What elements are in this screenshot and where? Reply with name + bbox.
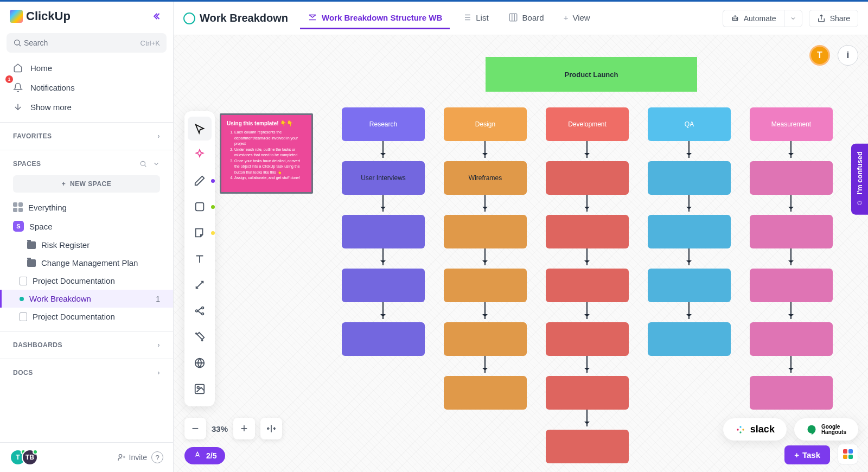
wb-box[interactable] xyxy=(750,215,833,248)
wb-box[interactable] xyxy=(750,161,833,195)
wb-box[interactable]: User Interviews xyxy=(342,161,425,195)
wb-box[interactable] xyxy=(648,269,731,302)
tab-list[interactable]: List xyxy=(454,7,496,29)
wb-box[interactable] xyxy=(342,215,425,248)
wb-box[interactable] xyxy=(546,269,629,302)
wb-box[interactable] xyxy=(546,215,629,248)
automate-button[interactable]: Automate xyxy=(723,10,784,27)
wb-box[interactable] xyxy=(444,376,527,410)
new-task-button[interactable]: + Task xyxy=(784,445,830,464)
chevron-down-icon[interactable] xyxy=(152,160,160,168)
tree-everything[interactable]: Everything xyxy=(0,198,173,216)
tree-space[interactable]: S Space xyxy=(0,216,173,236)
add-view-button[interactable]: + View xyxy=(556,8,598,29)
arrow-icon xyxy=(484,195,486,212)
tool-magic[interactable] xyxy=(188,325,212,349)
dashboards-header[interactable]: DASHBOARDS › xyxy=(0,337,173,353)
whiteboard-canvas[interactable]: T i ☺I'm confused xyxy=(174,35,868,472)
tool-connector[interactable] xyxy=(188,273,212,297)
svg-point-10 xyxy=(202,313,204,315)
instructions-note[interactable]: Using this template! 👇👇 Each column repr… xyxy=(220,113,313,194)
wb-box[interactable]: Measurement xyxy=(750,107,833,141)
sidebar-collapse-button[interactable] xyxy=(152,11,163,22)
app-logo[interactable]: ClickUp xyxy=(10,9,71,23)
svg-rect-17 xyxy=(739,431,741,433)
help-button[interactable]: ? xyxy=(151,451,163,463)
invite-button[interactable]: Invite xyxy=(117,453,147,462)
integration-slack[interactable]: slack xyxy=(723,418,787,441)
tool-text[interactable] xyxy=(188,247,212,271)
tool-image[interactable] xyxy=(188,377,212,401)
wb-box[interactable] xyxy=(342,322,425,356)
favorites-header[interactable]: FAVORITES › xyxy=(0,128,173,144)
zoom-in-button[interactable]: + xyxy=(233,418,255,439)
apps-button[interactable] xyxy=(838,444,858,464)
nav-notifications[interactable]: 1 Notifications xyxy=(0,78,173,97)
zoom-fit-button[interactable] xyxy=(260,418,282,439)
search-icon[interactable] xyxy=(139,160,147,168)
wb-box[interactable] xyxy=(750,269,833,302)
folder-icon xyxy=(27,259,36,267)
wb-box[interactable]: Research xyxy=(342,107,425,141)
arrow-icon xyxy=(586,302,588,319)
wb-box[interactable]: Design xyxy=(444,107,527,141)
search-shortcut: Ctrl+K xyxy=(141,39,160,47)
wb-box[interactable] xyxy=(444,215,527,248)
wb-box[interactable] xyxy=(546,376,629,410)
wb-box[interactable]: Development xyxy=(546,107,629,141)
wb-box[interactable] xyxy=(444,322,527,356)
docs-header[interactable]: DOCS › xyxy=(0,365,173,381)
tree-change-mgmt[interactable]: Change Management Plan xyxy=(0,254,173,272)
share-button[interactable]: Share xyxy=(809,10,858,27)
wb-box[interactable]: QA xyxy=(648,107,731,141)
page-title: Work Breakdown xyxy=(200,12,288,24)
tool-select[interactable] xyxy=(188,117,212,141)
tool-pen[interactable] xyxy=(188,169,212,193)
onboarding-progress[interactable]: 2/5 xyxy=(184,447,225,464)
spaces-header[interactable]: SPACES xyxy=(0,156,173,172)
automate-dropdown[interactable] xyxy=(784,10,802,27)
arrow-icon xyxy=(790,356,792,373)
nav-home-label: Home xyxy=(30,63,52,73)
info-button[interactable]: i xyxy=(838,45,858,66)
tree-risk-register[interactable]: Risk Register xyxy=(0,236,173,254)
wb-header-box[interactable]: Product Launch xyxy=(486,57,697,92)
tree-work-breakdown[interactable]: Work Breakdown 1 xyxy=(0,290,173,308)
wb-box[interactable] xyxy=(546,161,629,195)
wb-box[interactable] xyxy=(648,215,731,248)
tool-ai[interactable] xyxy=(188,143,212,167)
wb-box[interactable] xyxy=(750,376,833,410)
active-user-avatar[interactable]: T xyxy=(809,45,830,66)
arrow-icon xyxy=(586,356,588,373)
wb-box[interactable] xyxy=(444,269,527,302)
wb-box[interactable] xyxy=(648,322,731,356)
tab-board[interactable]: Board xyxy=(501,7,552,29)
tool-sticky[interactable] xyxy=(188,221,212,245)
search-icon xyxy=(13,39,22,47)
user-avatars[interactable]: T TB xyxy=(10,449,38,465)
wb-box[interactable] xyxy=(750,322,833,356)
whiteboard-toolbar xyxy=(184,111,215,406)
arrow-icon xyxy=(484,248,486,265)
tool-web[interactable] xyxy=(188,351,212,375)
tree-project-doc-2[interactable]: Project Documentation xyxy=(0,308,173,326)
wb-box[interactable] xyxy=(648,161,731,195)
tool-mindmap[interactable] xyxy=(188,299,212,323)
wb-box[interactable]: Wireframes xyxy=(444,161,527,195)
feedback-button[interactable]: ☺I'm confused xyxy=(851,144,868,215)
wb-box[interactable] xyxy=(342,269,425,302)
integration-hangouts[interactable]: GoogleHangouts xyxy=(794,418,858,441)
tab-whiteboard[interactable]: Work Breakdown Structure WB xyxy=(300,7,450,29)
search-input[interactable]: Search Ctrl+K xyxy=(7,33,167,53)
status-ring-icon[interactable] xyxy=(183,12,195,24)
arrow-icon xyxy=(484,302,486,319)
wb-box[interactable] xyxy=(546,430,629,463)
zoom-out-button[interactable]: − xyxy=(184,418,206,439)
wb-box[interactable] xyxy=(546,322,629,356)
tree-project-doc-1[interactable]: Project Documentation xyxy=(0,272,173,290)
nav-home[interactable]: Home xyxy=(0,58,173,78)
tool-shape[interactable] xyxy=(188,195,212,219)
item-count: 1 xyxy=(156,295,160,303)
nav-show-more[interactable]: Show more xyxy=(0,97,173,117)
new-space-button[interactable]: + NEW SPACE xyxy=(13,175,160,193)
